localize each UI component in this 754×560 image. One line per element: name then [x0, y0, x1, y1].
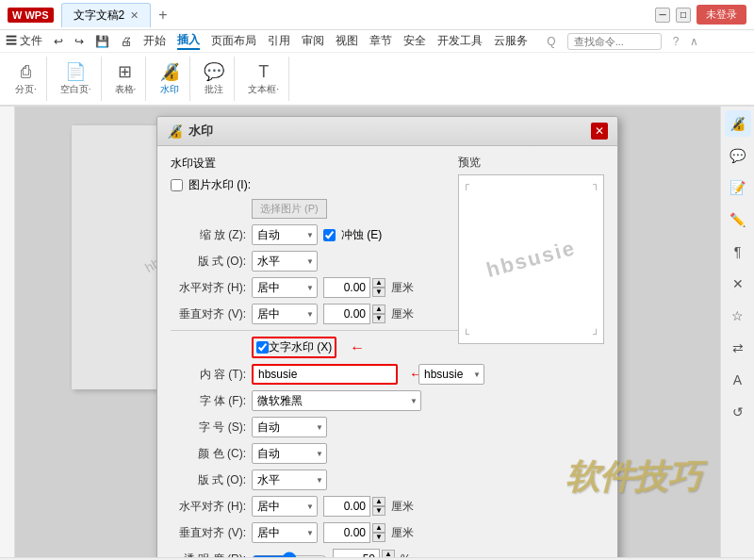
select-image-button[interactable]: 选择图片 (P)	[252, 199, 327, 219]
ribbon: ☰ 文件 ↩ ↪ 💾 🖨 开始 插入 页面布局 引用 审阅 视图 章节 安全 开…	[0, 30, 754, 107]
content-input-wrap: ←	[252, 364, 398, 385]
h-align-spinner-btns: ▲ ▼	[372, 278, 385, 297]
tool-group-comment: 💬 批注	[194, 57, 235, 101]
h-align2-down-btn[interactable]: ▼	[372, 506, 385, 516]
tab-close-icon[interactable]: ✕	[130, 9, 139, 22]
ribbon-tab-ref[interactable]: 引用	[268, 33, 290, 49]
sidebar-watermark-btn[interactable]: 🔏	[725, 110, 751, 137]
v-align-up-btn[interactable]: ▲	[372, 305, 385, 314]
size-label: 字 号 (S):	[171, 420, 246, 436]
v-align2-spinner-btns: ▲ ▼	[372, 523, 385, 542]
v-align2-offset-input[interactable]	[323, 522, 370, 543]
watermark-icon: 🔏	[159, 61, 180, 82]
opacity-input[interactable]	[333, 549, 380, 557]
comment-icon: 💬	[204, 61, 224, 82]
watermark-button[interactable]: 🔏 水印	[156, 59, 184, 98]
text-watermark-checkbox[interactable]	[256, 341, 269, 354]
sidebar-share-btn[interactable]: ⇄	[725, 335, 751, 361]
content-select-wrap: hbsusie	[418, 364, 484, 385]
washout-checkbox[interactable]	[323, 229, 336, 241]
ribbon-tab-chapter[interactable]: 章节	[369, 33, 392, 49]
ribbon-tab-insert[interactable]: 插入	[177, 32, 200, 50]
minimize-button[interactable]: ─	[655, 8, 670, 23]
v-align-label: 垂直对齐 (V):	[171, 306, 246, 322]
sidebar-para-btn[interactable]: ¶	[725, 239, 751, 265]
opacity-row: 透 明 度 (R): ▲ ▼ %	[171, 549, 604, 557]
sidebar-close-btn[interactable]: ✕	[725, 271, 751, 297]
opacity-spinner: ▲ ▼	[333, 549, 395, 557]
font-label: 字 体 (F):	[171, 393, 246, 409]
ribbon-tab-security[interactable]: 安全	[403, 33, 426, 49]
ribbon-tab-devtools[interactable]: 开发工具	[437, 33, 483, 49]
scale-label: 缩 放 (Z):	[171, 227, 246, 243]
ribbon-tab-review[interactable]: 审阅	[302, 33, 324, 49]
h-align-up-btn[interactable]: ▲	[372, 278, 385, 288]
font-row: 字 体 (F): 微软雅黑宋体黑体	[171, 390, 604, 411]
dialog-titlebar: 🔏 水印 ✕	[157, 117, 617, 146]
dialog-close-button[interactable]: ✕	[591, 123, 608, 140]
v-align2-down-btn[interactable]: ▼	[372, 533, 385, 542]
help-icon[interactable]: ?	[673, 35, 680, 48]
v-align-offset-input[interactable]	[323, 304, 370, 324]
dialog-title-icon: 🔏	[167, 124, 183, 139]
sidebar-comment-btn[interactable]: 💬	[725, 142, 751, 169]
opacity-slider[interactable]	[252, 552, 327, 557]
sidebar-undo2-btn[interactable]: ↺	[725, 399, 751, 425]
textbox-button[interactable]: T 文本框·	[244, 60, 283, 98]
h-align2-offset-input[interactable]	[323, 496, 370, 517]
h-align-down-btn[interactable]: ▼	[372, 288, 385, 297]
content-select[interactable]: hbsusie	[418, 364, 484, 385]
image-watermark-checkbox[interactable]	[171, 179, 183, 191]
v-align2-select[interactable]: 居中上下	[252, 522, 318, 543]
h-align-offset-input[interactable]	[323, 277, 370, 298]
layout2-row: 版 式 (O): 水平斜式	[171, 469, 604, 490]
v-align-down-btn[interactable]: ▼	[372, 314, 385, 323]
sidebar-format-btn[interactable]: 📝	[725, 174, 751, 201]
h-align-select[interactable]: 居中左右	[252, 277, 318, 298]
sidebar-pencil-btn[interactable]: ✏️	[725, 206, 751, 233]
menu-file[interactable]: ☰ 文件	[6, 33, 42, 49]
document-tab[interactable]: 文字文稿2 ✕	[61, 3, 152, 27]
new-tab-button[interactable]: +	[158, 7, 167, 24]
text-watermark-arrow: ←	[350, 339, 365, 356]
color-select[interactable]: 自动红色蓝色	[252, 443, 327, 464]
menu-print[interactable]: 🖨	[121, 35, 132, 48]
tab-title: 文字文稿2	[74, 8, 125, 24]
h-align2-up-btn[interactable]: ▲	[372, 497, 385, 506]
ribbon-tab-cloud[interactable]: 云服务	[494, 33, 528, 49]
scale-select[interactable]: 自动50%100%	[252, 224, 318, 245]
blank-page-button[interactable]: 📄 空白页·	[57, 59, 95, 98]
v-align2-up-btn[interactable]: ▲	[372, 523, 385, 533]
expand-icon[interactable]: ∧	[690, 35, 698, 48]
opacity-up-btn[interactable]: ▲	[382, 550, 395, 557]
menu-save[interactable]: 💾	[95, 35, 109, 48]
preview-corner-bl: └	[463, 329, 469, 339]
h-align2-select[interactable]: 居中左右	[252, 496, 318, 517]
content-input[interactable]	[252, 364, 398, 385]
ribbon-tab-view[interactable]: 视图	[336, 33, 358, 49]
size-select[interactable]: 自动2436	[252, 417, 327, 437]
comment-button[interactable]: 💬 批注	[200, 59, 228, 98]
menu-undo[interactable]: ↩	[54, 35, 63, 48]
search-input[interactable]	[567, 33, 662, 50]
tool-group-watermark: 🔏 水印	[150, 57, 190, 101]
v-align-select[interactable]: 居中上下	[252, 304, 318, 324]
layout-select[interactable]: 水平斜式	[252, 251, 318, 272]
login-button[interactable]: 未登录	[697, 5, 746, 25]
ribbon-tab-layout[interactable]: 页面布局	[211, 33, 256, 49]
sidebar-star-btn[interactable]: ☆	[725, 303, 751, 329]
main-area: hbsusie 🔏 水印 ✕ 水印设置 图片水印	[0, 107, 754, 557]
text-watermark-label: 文字水印 (X)	[269, 339, 332, 355]
page-break-button[interactable]: ⎙ 分页·	[11, 60, 41, 98]
font-select[interactable]: 微软雅黑宋体黑体	[252, 390, 421, 411]
menu-redo[interactable]: ↪	[74, 35, 84, 48]
sidebar-texta-btn[interactable]: A	[725, 367, 751, 393]
image-watermark-label: 图片水印 (I):	[188, 177, 251, 193]
opacity-unit: %	[401, 552, 411, 557]
window-controls: ─ □ 未登录	[655, 5, 746, 25]
layout2-select[interactable]: 水平斜式	[252, 469, 327, 490]
maximize-button[interactable]: □	[676, 8, 691, 23]
table-button[interactable]: ⊞ 表格·	[111, 59, 140, 98]
font-select-wrap: 微软雅黑宋体黑体	[252, 390, 421, 411]
ribbon-tab-start[interactable]: 开始	[143, 33, 166, 49]
